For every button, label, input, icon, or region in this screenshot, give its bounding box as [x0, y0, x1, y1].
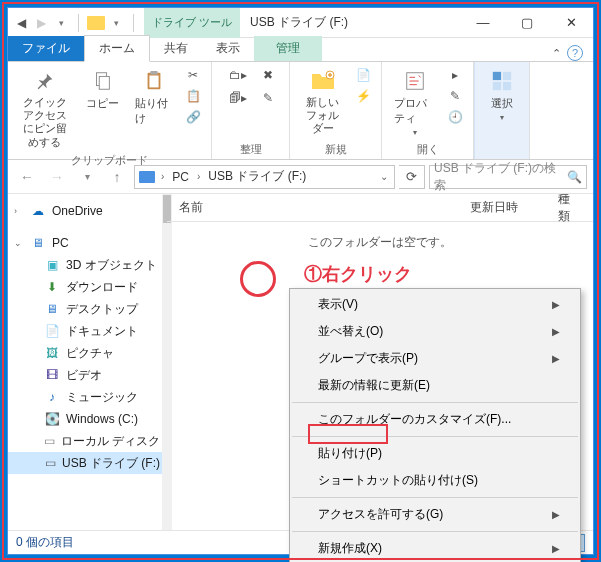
document-icon: 📄	[44, 323, 60, 339]
close-button[interactable]: ✕	[549, 8, 593, 38]
up-button[interactable]: ↑	[104, 164, 130, 190]
search-box[interactable]: USB ドライブ (F:)の検索 🔍	[429, 165, 587, 189]
ribbon-collapse-icon[interactable]: ⌃	[552, 47, 561, 60]
new-folder-label: 新しい フォルダー	[302, 96, 343, 136]
clipboard-icon	[141, 68, 167, 94]
ctx-view[interactable]: 表示(V)▶	[290, 291, 580, 318]
chevron-right-icon[interactable]: ›	[159, 171, 166, 182]
explorer-window: ◀ ▶ ▾ ▾ ドライブ ツール USB ドライブ (F:) — ▢ ✕ ファイ…	[7, 7, 594, 555]
tab-view[interactable]: 表示	[202, 36, 254, 61]
refresh-button[interactable]: ⟳	[399, 165, 425, 189]
ctx-sort[interactable]: 並べ替え(O)▶	[290, 318, 580, 345]
drive-tools-label: ドライブ ツール	[152, 15, 232, 30]
ctx-paste-shortcut[interactable]: ショートカットの貼り付け(S)	[290, 467, 580, 494]
nav-label: ピクチャ	[66, 345, 114, 362]
col-date[interactable]: 更新日時	[458, 199, 546, 216]
col-type[interactable]: 種類	[546, 191, 593, 225]
svg-rect-1	[99, 76, 109, 89]
forward-button[interactable]: →	[44, 164, 70, 190]
rename-icon[interactable]: ✎	[258, 89, 278, 107]
easy-access-icon[interactable]: ⚡	[353, 87, 373, 105]
svg-rect-8	[503, 72, 511, 80]
picture-icon: 🖼	[44, 345, 60, 361]
ctx-refresh[interactable]: 最新の情報に更新(E)	[290, 372, 580, 399]
dropdown-qat-icon[interactable]: ▾	[52, 14, 70, 32]
tab-file[interactable]: ファイル	[8, 36, 84, 61]
ctx-new[interactable]: 新規作成(X)▶	[290, 535, 580, 562]
ctx-label: 新規作成(X)	[318, 540, 382, 557]
nav-item-usb[interactable]: ▭USB ドライブ (F:)	[8, 452, 166, 474]
svg-rect-10	[503, 82, 511, 90]
nav-item[interactable]: 🖥デスクトップ	[8, 298, 166, 320]
ctx-group[interactable]: グループで表示(P)▶	[290, 345, 580, 372]
svg-rect-7	[493, 72, 501, 80]
new-item-icon[interactable]: 📄	[353, 66, 373, 84]
select-button[interactable]: 選択 ▾	[479, 66, 525, 124]
ctx-access[interactable]: アクセスを許可する(G)▶	[290, 501, 580, 528]
nav-item[interactable]: 💽Windows (C:)	[8, 408, 166, 430]
nav-item[interactable]: ⬇ダウンロード	[8, 276, 166, 298]
select-group-label	[500, 143, 503, 157]
open-group-label: 開く	[417, 140, 439, 157]
crumb-pc[interactable]: PC	[170, 170, 191, 184]
copy-icon	[89, 68, 115, 94]
chevron-right-icon: ▶	[552, 299, 560, 310]
history-icon[interactable]: 🕘	[445, 108, 465, 126]
pin-icon	[32, 68, 58, 94]
ctx-paste[interactable]: 貼り付け(P)	[290, 440, 580, 467]
col-name[interactable]: 名前	[167, 199, 458, 216]
nav-item[interactable]: ♪ミュージック	[8, 386, 166, 408]
empty-folder-message: このフォルダーは空です。	[167, 222, 593, 263]
ctx-label: 並べ替え(O)	[318, 323, 383, 340]
ctx-label: 最新の情報に更新(E)	[318, 377, 430, 394]
nav-onedrive[interactable]: ›☁OneDrive	[8, 200, 166, 222]
address-dropdown-icon[interactable]: ⌄	[378, 171, 390, 182]
minimize-button[interactable]: —	[461, 8, 505, 38]
copy-to-icon[interactable]: 🗐▸	[224, 89, 252, 107]
nav-label: ミュージック	[66, 389, 138, 406]
recent-dropdown-icon[interactable]: ▾	[74, 164, 100, 190]
column-headers[interactable]: 名前 更新日時 種類	[167, 194, 593, 222]
search-icon[interactable]: 🔍	[567, 170, 582, 184]
edit-icon[interactable]: ✎	[445, 87, 465, 105]
pin-to-quick-access-button[interactable]: クイック アクセス にピン留めする	[16, 66, 73, 151]
nav-label: ローカル ディスク (D	[61, 433, 167, 450]
svg-rect-4	[149, 76, 158, 88]
new-folder-button[interactable]: 新しい フォルダー	[298, 66, 347, 138]
nav-item[interactable]: ▣3D オブジェクト	[8, 254, 166, 276]
tab-share[interactable]: 共有	[150, 36, 202, 61]
paste-button[interactable]: 貼り付け	[131, 66, 177, 128]
copy-button[interactable]: コピー	[79, 66, 125, 113]
nav-pane[interactable]: ›☁OneDrive ⌄🖥PC ▣3D オブジェクト ⬇ダウンロード 🖥デスクト…	[8, 194, 167, 530]
nav-pc[interactable]: ⌄🖥PC	[8, 232, 166, 254]
paste-shortcut-icon[interactable]: 🔗	[183, 108, 203, 126]
copy-path-icon[interactable]: 📋	[183, 87, 203, 105]
search-placeholder: USB ドライブ (F:)の検索	[434, 160, 559, 194]
nav-label: ドキュメント	[66, 323, 138, 340]
chevron-right-icon: ▶	[552, 326, 560, 337]
quick-access-toolbar: ◀ ▶ ▾ ▾	[8, 14, 144, 32]
nav-item[interactable]: 📄ドキュメント	[8, 320, 166, 342]
crumb-drive[interactable]: USB ドライブ (F:)	[206, 168, 308, 185]
qat-overflow-icon[interactable]: ▾	[107, 14, 125, 32]
help-icon[interactable]: ?	[567, 45, 583, 61]
chevron-right-icon[interactable]: ›	[195, 171, 202, 182]
move-to-icon[interactable]: 🗀▸	[224, 66, 252, 84]
nav-left-small-icon[interactable]: ◀	[12, 14, 30, 32]
tab-home[interactable]: ホーム	[84, 35, 150, 62]
properties-button[interactable]: プロパティ ▾	[390, 66, 439, 139]
cube-icon: ▣	[44, 257, 60, 273]
breadcrumb[interactable]: › PC › USB ドライブ (F:) ⌄	[134, 165, 395, 189]
maximize-button[interactable]: ▢	[505, 8, 549, 38]
back-button[interactable]: ←	[14, 164, 40, 190]
nav-item[interactable]: 🖼ピクチャ	[8, 342, 166, 364]
nav-item[interactable]: 🎞ビデオ	[8, 364, 166, 386]
open-icon[interactable]: ▸	[445, 66, 465, 84]
nav-item[interactable]: ▭ローカル ディスク (D	[8, 430, 166, 452]
delete-icon[interactable]: ✖	[258, 66, 278, 84]
nav-right-small-icon[interactable]: ▶	[32, 14, 50, 32]
cut-icon[interactable]: ✂	[183, 66, 203, 84]
ctx-label: 貼り付け(P)	[318, 445, 382, 462]
tab-manage[interactable]: 管理	[254, 36, 322, 61]
chevron-right-icon: ▶	[552, 509, 560, 520]
